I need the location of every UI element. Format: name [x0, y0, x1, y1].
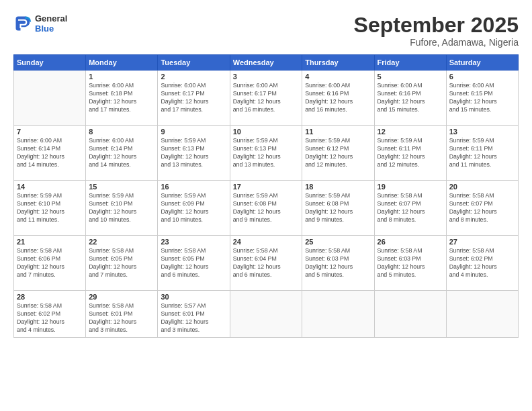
day-info: Sunrise: 6:00 AMSunset: 6:15 PMDaylight:…	[449, 82, 515, 114]
calendar-cell: 3Sunrise: 6:00 AMSunset: 6:17 PMDaylight…	[230, 71, 302, 126]
day-info: Sunrise: 5:59 AMSunset: 6:08 PMDaylight:…	[233, 192, 299, 224]
day-number: 9	[161, 128, 226, 136]
day-info: Sunrise: 5:58 AMSunset: 6:03 PMDaylight:…	[378, 247, 443, 279]
calendar-cell: 30Sunrise: 5:57 AMSunset: 6:01 PMDayligh…	[158, 291, 230, 338]
day-info: Sunrise: 6:00 AMSunset: 6:18 PMDaylight:…	[89, 82, 154, 114]
day-info: Sunrise: 5:58 AMSunset: 6:04 PMDaylight:…	[233, 247, 299, 279]
calendar-cell: 17Sunrise: 5:59 AMSunset: 6:08 PMDayligh…	[230, 181, 302, 236]
header-cell-tuesday: Tuesday	[158, 55, 230, 71]
day-info: Sunrise: 5:59 AMSunset: 6:09 PMDaylight:…	[161, 192, 226, 224]
logo: General Blue	[13, 13, 67, 34]
header-cell-wednesday: Wednesday	[230, 55, 302, 71]
day-number: 12	[378, 128, 443, 136]
day-info: Sunrise: 5:59 AMSunset: 6:13 PMDaylight:…	[233, 137, 299, 169]
day-info: Sunrise: 5:57 AMSunset: 6:01 PMDaylight:…	[161, 302, 226, 334]
calendar-cell: 8Sunrise: 6:00 AMSunset: 6:14 PMDaylight…	[86, 126, 158, 181]
day-info: Sunrise: 6:00 AMSunset: 6:17 PMDaylight:…	[161, 82, 226, 114]
day-info: Sunrise: 5:59 AMSunset: 6:11 PMDaylight:…	[378, 137, 443, 169]
location: Fufore, Adamawa, Nigeria	[354, 37, 519, 48]
header-cell-sunday: Sunday	[14, 55, 86, 71]
day-number: 20	[449, 183, 515, 191]
calendar-cell: 2Sunrise: 6:00 AMSunset: 6:17 PMDaylight…	[158, 71, 230, 126]
day-number: 27	[449, 238, 515, 246]
day-number: 17	[233, 183, 299, 191]
calendar-cell: 22Sunrise: 5:58 AMSunset: 6:05 PMDayligh…	[86, 236, 158, 291]
day-number: 26	[378, 238, 443, 246]
calendar-cell: 5Sunrise: 6:00 AMSunset: 6:16 PMDaylight…	[374, 71, 446, 126]
day-number: 6	[449, 73, 515, 81]
calendar-body: 1Sunrise: 6:00 AMSunset: 6:18 PMDaylight…	[14, 71, 519, 338]
calendar-header: SundayMondayTuesdayWednesdayThursdayFrid…	[14, 55, 519, 71]
header-row: SundayMondayTuesdayWednesdayThursdayFrid…	[14, 55, 519, 71]
day-info: Sunrise: 5:58 AMSunset: 6:06 PMDaylight:…	[17, 247, 83, 279]
day-info: Sunrise: 5:59 AMSunset: 6:10 PMDaylight:…	[89, 192, 154, 224]
day-info: Sunrise: 6:00 AMSunset: 6:16 PMDaylight:…	[378, 82, 443, 114]
logo-text: General Blue	[35, 13, 67, 34]
header: General Blue September 2025 Fufore, Adam…	[13, 13, 519, 48]
calendar-cell: 11Sunrise: 5:59 AMSunset: 6:12 PMDayligh…	[302, 126, 374, 181]
day-number: 1	[89, 73, 154, 81]
calendar-cell: 25Sunrise: 5:58 AMSunset: 6:03 PMDayligh…	[302, 236, 374, 291]
calendar-cell: 21Sunrise: 5:58 AMSunset: 6:06 PMDayligh…	[14, 236, 86, 291]
week-row-2: 7Sunrise: 6:00 AMSunset: 6:14 PMDaylight…	[14, 126, 519, 181]
calendar-cell: 28Sunrise: 5:58 AMSunset: 6:02 PMDayligh…	[14, 291, 86, 338]
day-number: 29	[89, 293, 154, 301]
day-number: 24	[233, 238, 299, 246]
calendar-cell: 15Sunrise: 5:59 AMSunset: 6:10 PMDayligh…	[86, 181, 158, 236]
day-info: Sunrise: 5:59 AMSunset: 6:11 PMDaylight:…	[449, 137, 515, 169]
calendar-cell: 20Sunrise: 5:58 AMSunset: 6:07 PMDayligh…	[446, 181, 518, 236]
calendar-cell	[230, 291, 302, 338]
calendar-cell: 24Sunrise: 5:58 AMSunset: 6:04 PMDayligh…	[230, 236, 302, 291]
page: General Blue September 2025 Fufore, Adam…	[0, 0, 532, 411]
calendar-cell	[302, 291, 374, 338]
day-number: 3	[233, 73, 299, 81]
day-number: 30	[161, 293, 226, 301]
calendar-cell: 14Sunrise: 5:59 AMSunset: 6:10 PMDayligh…	[14, 181, 86, 236]
logo-blue: Blue	[35, 24, 67, 34]
calendar-cell	[14, 71, 86, 126]
calendar-cell	[374, 291, 446, 338]
calendar-cell: 6Sunrise: 6:00 AMSunset: 6:15 PMDaylight…	[446, 71, 518, 126]
calendar-cell: 27Sunrise: 5:58 AMSunset: 6:02 PMDayligh…	[446, 236, 518, 291]
header-cell-monday: Monday	[86, 55, 158, 71]
day-info: Sunrise: 5:58 AMSunset: 6:02 PMDaylight:…	[17, 302, 83, 334]
day-info: Sunrise: 5:59 AMSunset: 6:08 PMDaylight:…	[305, 192, 371, 224]
day-number: 16	[161, 183, 226, 191]
calendar-cell: 18Sunrise: 5:59 AMSunset: 6:08 PMDayligh…	[302, 181, 374, 236]
header-cell-thursday: Thursday	[302, 55, 374, 71]
day-number: 10	[233, 128, 299, 136]
day-info: Sunrise: 6:00 AMSunset: 6:17 PMDaylight:…	[233, 82, 299, 114]
header-cell-saturday: Saturday	[446, 55, 518, 71]
day-number: 8	[89, 128, 154, 136]
day-number: 22	[89, 238, 154, 246]
calendar-cell: 19Sunrise: 5:58 AMSunset: 6:07 PMDayligh…	[374, 181, 446, 236]
day-info: Sunrise: 5:58 AMSunset: 6:02 PMDaylight:…	[449, 247, 515, 279]
day-info: Sunrise: 5:59 AMSunset: 6:10 PMDaylight:…	[17, 192, 83, 224]
day-info: Sunrise: 5:59 AMSunset: 6:12 PMDaylight:…	[305, 137, 371, 169]
day-info: Sunrise: 6:00 AMSunset: 6:14 PMDaylight:…	[89, 137, 154, 169]
day-number: 13	[449, 128, 515, 136]
day-info: Sunrise: 5:58 AMSunset: 6:05 PMDaylight:…	[161, 247, 226, 279]
calendar-cell	[446, 291, 518, 338]
day-number: 21	[17, 238, 83, 246]
day-number: 15	[89, 183, 154, 191]
calendar-cell: 13Sunrise: 5:59 AMSunset: 6:11 PMDayligh…	[446, 126, 518, 181]
calendar-cell: 29Sunrise: 5:58 AMSunset: 6:01 PMDayligh…	[86, 291, 158, 338]
logo-icon	[13, 14, 32, 33]
week-row-1: 1Sunrise: 6:00 AMSunset: 6:18 PMDaylight…	[14, 71, 519, 126]
day-info: Sunrise: 5:58 AMSunset: 6:07 PMDaylight:…	[378, 192, 443, 224]
header-cell-friday: Friday	[374, 55, 446, 71]
month-title: September 2025	[354, 13, 519, 37]
day-number: 14	[17, 183, 83, 191]
day-number: 4	[305, 73, 371, 81]
day-info: Sunrise: 6:00 AMSunset: 6:16 PMDaylight:…	[305, 82, 371, 114]
day-number: 28	[17, 293, 83, 301]
day-number: 18	[305, 183, 371, 191]
calendar-cell: 12Sunrise: 5:59 AMSunset: 6:11 PMDayligh…	[374, 126, 446, 181]
calendar-cell: 10Sunrise: 5:59 AMSunset: 6:13 PMDayligh…	[230, 126, 302, 181]
day-info: Sunrise: 5:59 AMSunset: 6:13 PMDaylight:…	[161, 137, 226, 169]
day-info: Sunrise: 5:58 AMSunset: 6:03 PMDaylight:…	[305, 247, 371, 279]
day-number: 5	[378, 73, 443, 81]
day-number: 23	[161, 238, 226, 246]
calendar-cell: 1Sunrise: 6:00 AMSunset: 6:18 PMDaylight…	[86, 71, 158, 126]
